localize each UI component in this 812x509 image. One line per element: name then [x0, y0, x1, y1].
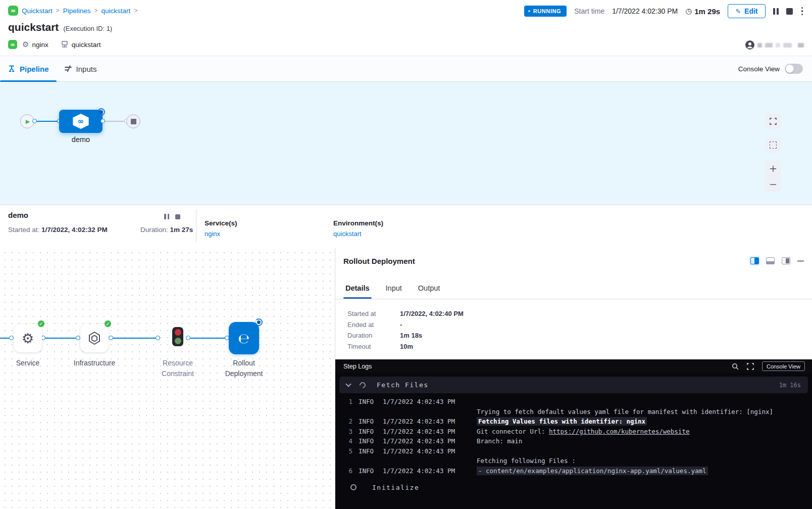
step-detail-panel: Rollout Deployment Details Input Output …: [335, 248, 812, 509]
play-icon: ▶: [26, 118, 30, 125]
breadcrumb: ∞ Quickstart > Pipelines > quickstart >: [8, 6, 137, 16]
divider: [196, 209, 196, 243]
breadcrumb-link-pipeline-name[interactable]: quickstart: [102, 7, 131, 15]
zoom-out-button[interactable]: −: [766, 176, 781, 192]
edge-port: [109, 336, 113, 340]
log-section-name: Fetch Files: [377, 381, 429, 389]
start-time-value: 1/7/2022 4:02:30 PM: [612, 7, 678, 15]
stage-graph-canvas[interactable]: ▶ ∞ demo + −: [0, 82, 812, 205]
detail-value: 1m 18s: [400, 332, 422, 339]
status-badge: RUNNING: [524, 6, 567, 17]
step-details: Started at 1/7/2022, 4:02:40 PM Ended at…: [335, 299, 812, 359]
rollout-icon: ℮: [238, 331, 249, 346]
chevron-right-icon: >: [56, 7, 60, 14]
traffic-light-green: [175, 338, 181, 344]
console-view-control: Console View: [738, 56, 812, 81]
status-badge-label: RUNNING: [533, 8, 562, 14]
edge-demo-to-end: [105, 121, 126, 122]
step-node-label: Service: [7, 358, 49, 368]
log-section-fetch-files[interactable]: Fetch Files 1m 16s: [339, 377, 808, 393]
tab-details[interactable]: Details: [345, 284, 370, 299]
stage-node-demo[interactable]: ∞: [59, 110, 103, 133]
breadcrumb-link-quickstart[interactable]: Quickstart: [22, 7, 53, 15]
gear-icon: ⚙: [22, 40, 29, 49]
environment-tag[interactable]: quickstart: [61, 40, 101, 49]
step-node-service[interactable]: ⚙: [14, 324, 42, 352]
log-section-duration: 1m 16s: [779, 382, 801, 389]
log-line: 5INFO1/7/2022 4:02:43 PM: [335, 446, 812, 456]
tab-inputs[interactable]: Inputs: [57, 56, 105, 81]
pipeline-icon: [8, 65, 16, 73]
step-node-rollout-deployment[interactable]: ℮: [229, 322, 259, 354]
stage-node-label: demo: [59, 135, 103, 144]
pipeline-end-node[interactable]: [126, 114, 140, 128]
layout-split-bottom-button[interactable]: [766, 257, 775, 264]
log-section-initialize[interactable]: Initialize: [335, 480, 812, 495]
start-time-label: Start time: [574, 7, 604, 15]
avatar[interactable]: [745, 40, 754, 50]
edge-port: [76, 336, 80, 340]
canvas-marquee-select-button[interactable]: [766, 137, 781, 153]
console-view-toggle[interactable]: [785, 64, 803, 74]
minimize-panel-button[interactable]: [797, 260, 804, 262]
execution-id: (Execution ID: 1): [63, 25, 112, 32]
step-node-resource-constraint[interactable]: [172, 327, 183, 346]
detail-row: Ended at -: [347, 321, 812, 329]
edge: [0, 338, 10, 339]
stop-icon: [131, 119, 136, 124]
service-link[interactable]: nginx: [205, 230, 237, 238]
services-block: Service(s) nginx: [205, 219, 237, 238]
edge-port: [156, 336, 160, 340]
logs-console-view-button[interactable]: Console View: [762, 361, 805, 371]
step-panel-tabs: Details Input Output: [335, 274, 812, 299]
zoom-in-button[interactable]: +: [766, 161, 781, 176]
log-line: 2INFO1/7/2022 4:02:43 PMFetching Values …: [335, 417, 812, 427]
edit-button-label: Edit: [744, 7, 757, 15]
tab-inputs-label: Inputs: [76, 65, 97, 73]
chevron-right-icon: >: [134, 7, 137, 14]
redacted-text: [757, 43, 762, 48]
section-spinner-icon: [359, 381, 367, 389]
success-check-icon: ✓: [104, 320, 112, 328]
environments-block: Environment(s) quickstart: [333, 219, 383, 238]
breadcrumb-link-pipelines[interactable]: Pipelines: [63, 7, 91, 15]
tab-pipeline[interactable]: Pipeline: [0, 56, 57, 81]
abort-execution-button[interactable]: [786, 8, 793, 15]
execution-graph-canvas[interactable]: ⚙ ✓ Service ✓ Infrastructure Resource Co…: [0, 248, 335, 509]
log-line: Fetching following Files :: [335, 456, 812, 466]
log-link[interactable]: https://github.com/kubernetes/website: [549, 428, 689, 435]
cd-stage-hexagon-icon: ∞: [72, 114, 89, 129]
environment-tag-label: quickstart: [72, 41, 101, 49]
started-at-label: Started at:: [8, 226, 39, 234]
log-lines: 1INFO1/7/2022 4:02:43 PMTrying to fetch …: [335, 395, 812, 476]
detail-value: 10m: [400, 343, 413, 350]
edge-port: [186, 336, 190, 340]
redacted-text: [783, 43, 792, 48]
environment-link[interactable]: quickstart: [333, 230, 383, 238]
stage-stop-button[interactable]: [175, 214, 180, 219]
clock-icon: ◷: [685, 7, 692, 16]
log-line: 4INFO1/7/2022 4:02:43 PMBranch: main: [335, 436, 812, 446]
pause-execution-button[interactable]: [773, 8, 779, 15]
log-section-name: Initialize: [372, 484, 419, 491]
tab-output[interactable]: Output: [418, 284, 440, 299]
edge-port: [100, 119, 105, 123]
search-icon[interactable]: [732, 363, 739, 370]
stage-pause-button[interactable]: [164, 214, 169, 219]
more-options-menu[interactable]: [800, 6, 804, 17]
harness-cd-icon: ∞: [8, 6, 18, 16]
tab-input[interactable]: Input: [386, 284, 402, 299]
detail-row: Duration 1m 18s: [347, 332, 812, 339]
edit-button[interactable]: ✎ Edit: [728, 4, 765, 18]
layout-pane-button[interactable]: [782, 257, 790, 264]
stage-info-bar: demo Started at: 1/7/2022, 4:02:32 PM Du…: [0, 205, 812, 248]
service-tag[interactable]: ⚙ nginx: [22, 40, 48, 49]
stage-controls: [164, 214, 180, 219]
layout-split-right-button[interactable]: [750, 257, 759, 264]
expand-logs-icon[interactable]: [747, 363, 754, 370]
step-node-infrastructure[interactable]: [80, 324, 109, 352]
canvas-fullscreen-button[interactable]: [766, 114, 781, 129]
detail-value: -: [400, 321, 402, 329]
step-node-label: Resource Constraint: [155, 358, 200, 379]
step-logs-body[interactable]: Fetch Files 1m 16s 1INFO1/7/2022 4:02:43…: [335, 373, 812, 509]
